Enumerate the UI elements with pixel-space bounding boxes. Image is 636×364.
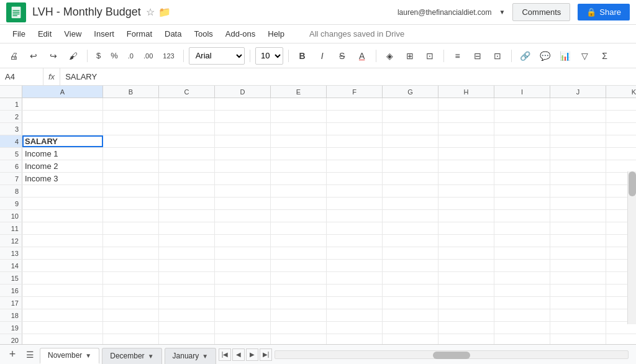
cell-D8[interactable] xyxy=(215,185,271,197)
cell-E5[interactable] xyxy=(271,148,327,160)
filter-button[interactable]: ▽ xyxy=(576,47,594,65)
cell-F1[interactable] xyxy=(327,98,383,110)
cell-J1[interactable] xyxy=(550,98,606,110)
vertical-scrollbar[interactable] xyxy=(627,171,636,324)
undo-button[interactable]: ↩ xyxy=(25,47,42,65)
cell-B2[interactable] xyxy=(103,111,159,122)
cell-B20[interactable] xyxy=(103,334,159,344)
cell-G6[interactable] xyxy=(383,160,438,172)
cell-I3[interactable] xyxy=(494,123,550,135)
cell-I4[interactable] xyxy=(494,135,550,147)
cell-A11[interactable] xyxy=(22,222,103,234)
cell-A4[interactable]: SALARY xyxy=(22,135,103,147)
cell-D17[interactable] xyxy=(215,297,271,309)
cell-J8[interactable] xyxy=(550,185,606,197)
col-header-F[interactable]: F xyxy=(327,86,383,98)
cell-E18[interactable] xyxy=(271,309,327,321)
cell-F18[interactable] xyxy=(327,309,383,321)
cell-I6[interactable] xyxy=(494,160,550,172)
italic-button[interactable]: I xyxy=(314,47,331,65)
cell-A5[interactable]: Income 1 xyxy=(22,148,103,160)
folder-icon[interactable]: 📁 xyxy=(158,6,171,18)
cell-G10[interactable] xyxy=(383,210,438,222)
cell-C9[interactable] xyxy=(159,198,215,209)
comment-button[interactable]: 💬 xyxy=(537,47,554,65)
cell-H6[interactable] xyxy=(438,160,494,172)
sheet-tab-december[interactable]: December ▼ xyxy=(102,348,161,364)
cell-J7[interactable] xyxy=(550,173,606,184)
cell-B10[interactable] xyxy=(103,210,159,222)
cell-I18[interactable] xyxy=(494,309,550,321)
cell-C6[interactable] xyxy=(159,160,215,172)
menu-view[interactable]: View xyxy=(58,27,88,41)
h-scroll-thumb[interactable] xyxy=(433,352,470,359)
cell-F10[interactable] xyxy=(327,210,383,222)
cell-K3[interactable] xyxy=(606,123,636,135)
cell-D9[interactable] xyxy=(215,198,271,209)
cell-F16[interactable] xyxy=(327,284,383,296)
col-header-A[interactable]: A xyxy=(22,86,103,98)
cell-G5[interactable] xyxy=(383,148,438,160)
font-color-button[interactable]: A xyxy=(353,47,371,65)
cell-I20[interactable] xyxy=(494,334,550,344)
horizontal-scrollbar[interactable] xyxy=(275,350,629,359)
cell-J4[interactable] xyxy=(550,135,606,147)
cell-H15[interactable] xyxy=(438,272,494,284)
cell-D12[interactable] xyxy=(215,235,271,247)
cell-D16[interactable] xyxy=(215,284,271,296)
cell-I15[interactable] xyxy=(494,272,550,284)
cell-F19[interactable] xyxy=(327,322,383,334)
cell-B16[interactable] xyxy=(103,284,159,296)
cell-D15[interactable] xyxy=(215,272,271,284)
cell-H16[interactable] xyxy=(438,284,494,296)
cell-A12[interactable] xyxy=(22,235,103,247)
cell-G9[interactable] xyxy=(383,198,438,209)
cell-J13[interactable] xyxy=(550,247,606,259)
cell-J15[interactable] xyxy=(550,272,606,284)
cell-C16[interactable] xyxy=(159,284,215,296)
cell-I11[interactable] xyxy=(494,222,550,234)
cell-E10[interactable] xyxy=(271,210,327,222)
cell-D18[interactable] xyxy=(215,309,271,321)
cell-K1[interactable] xyxy=(606,98,636,110)
cell-H4[interactable] xyxy=(438,135,494,147)
cell-F6[interactable] xyxy=(327,160,383,172)
cell-I16[interactable] xyxy=(494,284,550,296)
share-button[interactable]: 🔒 Share xyxy=(578,4,630,20)
sheet-dropdown-november[interactable]: ▼ xyxy=(85,352,91,359)
cell-D4[interactable] xyxy=(215,135,271,147)
cell-H14[interactable] xyxy=(438,260,494,271)
cell-G16[interactable] xyxy=(383,284,438,296)
cell-I12[interactable] xyxy=(494,235,550,247)
cell-A20[interactable] xyxy=(22,334,103,344)
merge-button[interactable]: ⊡ xyxy=(421,47,438,65)
cell-C13[interactable] xyxy=(159,247,215,259)
scroll-left-most-button[interactable]: |◀ xyxy=(219,348,231,361)
cell-A16[interactable] xyxy=(22,284,103,296)
cell-E19[interactable] xyxy=(271,322,327,334)
cell-E14[interactable] xyxy=(271,260,327,271)
sheet-tab-november[interactable]: November ▼ xyxy=(40,348,99,364)
cell-F14[interactable] xyxy=(327,260,383,271)
menu-data[interactable]: Data xyxy=(158,27,188,41)
font-selector[interactable]: Arial xyxy=(189,47,245,65)
cell-B7[interactable] xyxy=(103,173,159,184)
cell-G4[interactable] xyxy=(383,135,438,147)
cell-J14[interactable] xyxy=(550,260,606,271)
cell-J16[interactable] xyxy=(550,284,606,296)
cell-I1[interactable] xyxy=(494,98,550,110)
percent-button[interactable]: % xyxy=(107,47,122,65)
cell-E6[interactable] xyxy=(271,160,327,172)
dec-decrease-button[interactable]: .0 xyxy=(124,47,137,65)
cell-B3[interactable] xyxy=(103,123,159,135)
cell-D2[interactable] xyxy=(215,111,271,122)
menu-tools[interactable]: Tools xyxy=(188,27,219,41)
borders-button[interactable]: ⊞ xyxy=(401,47,419,65)
cell-E15[interactable] xyxy=(271,272,327,284)
cell-D13[interactable] xyxy=(215,247,271,259)
sheet-dropdown-january[interactable]: ▼ xyxy=(202,353,208,360)
cell-H11[interactable] xyxy=(438,222,494,234)
cell-A17[interactable] xyxy=(22,297,103,309)
cell-I2[interactable] xyxy=(494,111,550,122)
cell-G19[interactable] xyxy=(383,322,438,334)
